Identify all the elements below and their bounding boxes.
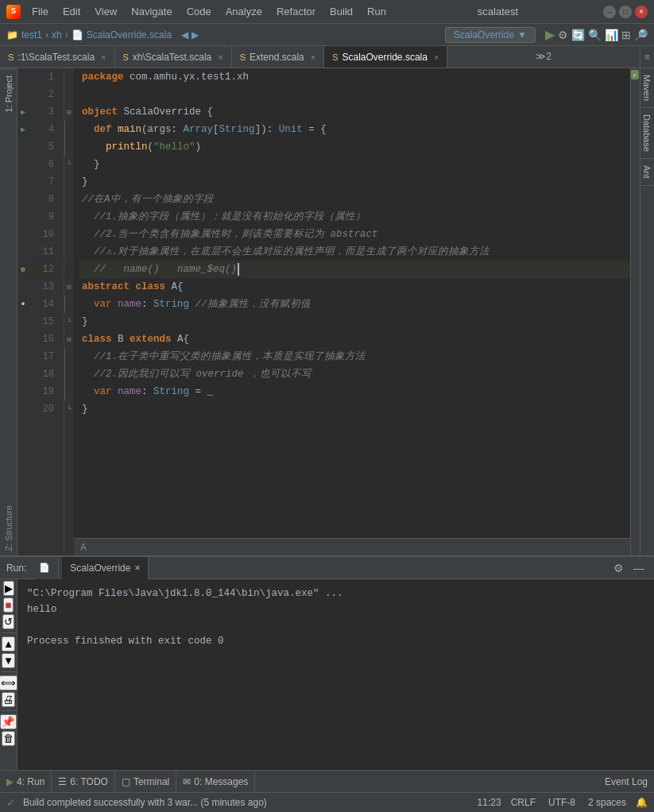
breadcrumb-xh[interactable]: xh [52, 29, 62, 41]
run-play-button[interactable]: ▶ [3, 581, 14, 596]
tab-label-4: ScalaOverride.scala [342, 52, 428, 63]
menu-build[interactable]: Build [323, 4, 359, 19]
maven-panel-label[interactable]: Maven [640, 68, 654, 108]
tab-scalatest-xh[interactable]: S xh\ScalaTest.scala × [115, 46, 232, 68]
minimize-button[interactable]: – [603, 6, 616, 18]
run-bottom-icon: ▶ [6, 776, 14, 787]
todo-tab-bottom[interactable]: ☰ 6: TODO [52, 771, 115, 793]
code-line-15: } [79, 313, 630, 331]
check-icon: ✓ [6, 797, 15, 809]
run-tab-bar: Run: 📄 ScalaOverride × ⚙ — [0, 557, 654, 579]
coverage-button[interactable]: 📊 [605, 29, 618, 41]
gutter-strip: ▶ ▶ ⚙ ● [17, 68, 29, 555]
ln-11: 11 [29, 243, 59, 261]
fold-15-end: └ [64, 313, 74, 331]
tab-icon-3: S [240, 52, 246, 62]
indent[interactable]: 2 spaces [585, 797, 629, 808]
menu-run[interactable]: Run [361, 4, 393, 19]
run-output-line-1: "C:\Program Files\Java\jdk1.8.0_144\bin\… [27, 586, 644, 601]
run-tab-bottom[interactable]: ▶ 4: Run [0, 771, 52, 793]
code-line-19: var name: String = _ [79, 383, 630, 400]
run-gutter-main[interactable]: ▶ [21, 103, 25, 121]
run-scroll-top-button[interactable]: ▲ [2, 636, 15, 652]
run-scroll-bottom-button[interactable]: ▼ [2, 653, 15, 668]
find-button[interactable]: 🔎 [634, 29, 648, 41]
event-log-tab[interactable]: Event Log [598, 776, 654, 787]
ln-14: 14 [29, 296, 59, 313]
run-label: Run: [6, 563, 26, 574]
run-sidebar-divider2 [2, 671, 16, 672]
terminal-tab-bottom[interactable]: ▢ Terminal [115, 771, 176, 793]
app-icon: S [6, 5, 21, 19]
fold-16[interactable]: ⊟ [64, 331, 74, 348]
breadcrumb-project[interactable]: test1 [21, 29, 42, 41]
run-print-button[interactable]: 🖨 [2, 692, 15, 707]
run-tab-main[interactable]: ScalaOverride × [62, 557, 149, 579]
ln-5: 5 [29, 138, 59, 156]
menu-code[interactable]: Code [180, 4, 218, 19]
code-line-14: var name: String //抽象属性，没有赋初值 [79, 296, 630, 313]
run-stop-button[interactable]: ■ [3, 597, 13, 613]
run-tab-close[interactable]: × [134, 563, 140, 574]
breadcrumb-file[interactable]: ScalaOverride.scala [87, 29, 172, 41]
structure-panel-label[interactable]: Z: Structure [2, 501, 16, 555]
run-button[interactable]: ▶ [545, 27, 555, 42]
run-controls: ⚙ — [609, 559, 648, 577]
menu-edit[interactable]: Edit [56, 4, 87, 19]
build-button[interactable]: ⚙ [558, 29, 568, 41]
ln-12: 12 [29, 261, 59, 278]
run-output-content: "C:\Program Files\Java\jdk1.8.0_144\bin\… [17, 579, 654, 770]
left-panel-strip: 1: Project Z: Structure [0, 68, 17, 555]
run-pin-button[interactable]: 📌 [0, 714, 17, 729]
m-button[interactable]: m [640, 46, 654, 68]
fold-5 [64, 138, 74, 156]
database-panel-label[interactable]: Database [640, 108, 654, 159]
more-tabs-button[interactable]: ≫2 [529, 51, 558, 63]
tab-extend[interactable]: S Extend.scala × [232, 46, 325, 68]
close-button[interactable]: × [635, 6, 648, 18]
tab-close-4[interactable]: × [434, 52, 439, 62]
fold-13[interactable]: ⊟ [64, 278, 74, 296]
search-button[interactable]: 🔍 [588, 29, 602, 41]
maximize-button[interactable]: □ [619, 6, 632, 18]
run-gutter-def[interactable]: ▶ [21, 121, 25, 138]
status-left: ✓ Build completed successfully with 3 wa… [6, 797, 471, 809]
method-selector[interactable]: ScalaOverride ▼ [445, 27, 536, 43]
warn-gutter-abstract: ⚙ [21, 261, 25, 278]
build-status-text[interactable]: Build completed successfully with 3 war.… [20, 797, 270, 808]
tab-icon-4: S [332, 52, 338, 62]
run-settings-button[interactable]: ⚙ [609, 559, 627, 577]
fold-3[interactable]: ⊟ [64, 103, 74, 121]
run-minimize-button[interactable]: — [630, 559, 648, 577]
nav-forward-button[interactable]: ▶ [192, 29, 199, 41]
terminal-bottom-label: Terminal [134, 776, 169, 787]
menu-analyze[interactable]: Analyze [219, 4, 269, 19]
menu-file[interactable]: File [25, 4, 55, 19]
run-clear-button[interactable]: 🗑 [2, 731, 15, 746]
ant-panel-label[interactable]: Ant [640, 159, 654, 186]
tab-close-1[interactable]: × [101, 52, 106, 62]
code-line-6: } [79, 156, 630, 173]
project-panel-label[interactable]: 1: Project [2, 68, 16, 118]
menu-navigate[interactable]: Navigate [125, 4, 178, 19]
code-line-1: package com.amhu.yx.test1.xh [79, 68, 630, 86]
menu-refactor[interactable]: Refactor [270, 4, 322, 19]
mini-scrollbar[interactable]: ✓ [630, 68, 640, 555]
messages-tab-bottom[interactable]: ✉ 0: Messages [176, 771, 255, 793]
tab-close-3[interactable]: × [311, 52, 315, 62]
line-ending[interactable]: CRLF [508, 797, 539, 808]
reload-button[interactable]: 🔄 [571, 29, 585, 41]
code-editor[interactable]: package com.amhu.yx.test1.xh object Scal… [74, 68, 630, 555]
run-output-line-3 [27, 617, 644, 633]
tab-scalaoverride[interactable]: S ScalaOverride.scala × [324, 46, 447, 68]
layout-button[interactable]: ⊞ [621, 29, 631, 41]
run-wrap-button[interactable]: ⟺ [0, 675, 17, 690]
run-rerun-button[interactable]: ↺ [2, 614, 14, 629]
nav-back-button[interactable]: ◀ [181, 29, 188, 41]
encoding[interactable]: UTF-8 [545, 797, 579, 808]
menu-view[interactable]: View [88, 4, 123, 19]
fold-6-end: └ [64, 156, 74, 173]
tab-scalatest-1[interactable]: S :1\ScalaTest.scala × [0, 46, 115, 68]
code-line-13: abstract class A{ [79, 278, 630, 296]
tab-close-2[interactable]: × [218, 52, 223, 62]
